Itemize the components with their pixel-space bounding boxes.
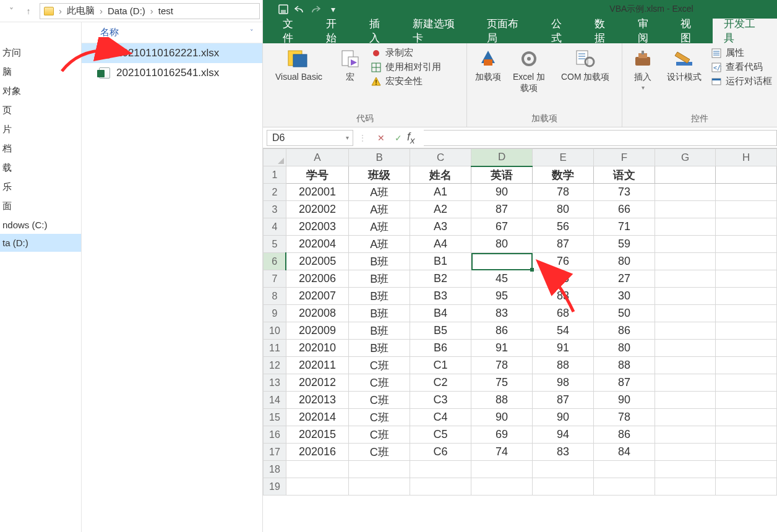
cell[interactable]: 202002: [286, 201, 348, 218]
cell[interactable]: A班: [349, 184, 410, 201]
cell[interactable]: [594, 478, 655, 496]
cell[interactable]: A班: [349, 236, 410, 253]
cell[interactable]: 59: [594, 236, 655, 253]
nav-item[interactable]: 脑: [0, 62, 81, 82]
macros-button[interactable]: 宏: [336, 47, 364, 83]
row-header[interactable]: 17: [264, 444, 286, 461]
cell[interactable]: C班: [349, 444, 410, 461]
cell[interactable]: B班: [349, 288, 410, 305]
cell[interactable]: [286, 461, 348, 478]
cell[interactable]: 87: [594, 374, 655, 392]
cell[interactable]: [655, 218, 716, 236]
cell[interactable]: 86: [471, 322, 533, 340]
cell[interactable]: 202005: [286, 253, 348, 270]
cell[interactable]: [655, 392, 716, 409]
cell[interactable]: C5: [410, 426, 471, 444]
cell[interactable]: 68: [533, 305, 594, 322]
cell[interactable]: 87: [533, 236, 594, 253]
cell[interactable]: 75: [471, 374, 533, 392]
row-header[interactable]: 8: [264, 288, 286, 305]
cell[interactable]: 86: [594, 322, 655, 340]
spreadsheet-grid[interactable]: ABCDEFGH1学号班级姓名英语数学语文2202001A班A190787332…: [263, 148, 777, 532]
cell[interactable]: [655, 357, 716, 374]
cell[interactable]: C4: [410, 409, 471, 426]
cell[interactable]: [716, 426, 777, 444]
row-header[interactable]: 10: [264, 322, 286, 340]
insert-control-button[interactable]: 插入 ▾: [627, 47, 658, 91]
nav-item[interactable]: 载: [0, 158, 81, 178]
ribbon-tab[interactable]: 公式: [540, 19, 583, 43]
cell[interactable]: A班: [349, 218, 410, 236]
cell[interactable]: C班: [349, 392, 410, 409]
cell[interactable]: [655, 236, 716, 253]
row-header[interactable]: 1: [264, 166, 286, 184]
cell[interactable]: 74: [471, 444, 533, 461]
address-bar[interactable]: › 此电脑 › Data (D:) › test: [40, 3, 260, 19]
nav-item[interactable]: 面: [0, 197, 81, 216]
visual-basic-button[interactable]: Visual Basic: [268, 47, 330, 82]
ribbon-tab[interactable]: 插入: [358, 19, 401, 43]
cell[interactable]: [410, 478, 471, 496]
cell[interactable]: [716, 305, 777, 322]
cell[interactable]: [655, 288, 716, 305]
cell[interactable]: A班: [349, 201, 410, 218]
row-header[interactable]: 3: [264, 201, 286, 218]
cell[interactable]: 202016: [286, 444, 348, 461]
fx-icon[interactable]: fx: [407, 131, 415, 145]
cell[interactable]: C2: [410, 374, 471, 392]
ribbon-tab[interactable]: 开发工具: [713, 19, 777, 43]
addins-button[interactable]: 加载项: [472, 47, 504, 83]
cell[interactable]: C班: [349, 409, 410, 426]
cell[interactable]: B班: [349, 270, 410, 288]
cell[interactable]: 80: [533, 201, 594, 218]
cell[interactable]: [716, 184, 777, 201]
cell[interactable]: [594, 461, 655, 478]
header-cell[interactable]: 学号: [286, 166, 348, 184]
header-cell[interactable]: 英语: [471, 166, 533, 184]
column-header[interactable]: E: [533, 149, 594, 166]
cell[interactable]: B4: [410, 305, 471, 322]
cell[interactable]: 30: [594, 288, 655, 305]
cell[interactable]: [655, 201, 716, 218]
undo-icon[interactable]: [291, 1, 307, 17]
properties-button[interactable]: 属性: [711, 47, 772, 59]
cell[interactable]: 85: [533, 270, 594, 288]
cell[interactable]: 88: [471, 392, 533, 409]
cell[interactable]: 80: [594, 340, 655, 357]
cell[interactable]: 71: [594, 218, 655, 236]
cell[interactable]: B3: [410, 288, 471, 305]
cell[interactable]: [655, 461, 716, 478]
cell[interactable]: 90: [471, 184, 533, 201]
ribbon-tab[interactable]: 新建选项卡: [401, 19, 476, 43]
row-header[interactable]: 9: [264, 305, 286, 322]
row-header[interactable]: 4: [264, 218, 286, 236]
cell[interactable]: 78: [471, 357, 533, 374]
column-header[interactable]: F: [594, 149, 655, 166]
row-header[interactable]: 15: [264, 409, 286, 426]
cell[interactable]: [716, 374, 777, 392]
cell[interactable]: C班: [349, 374, 410, 392]
cell[interactable]: 202013: [286, 392, 348, 409]
cell[interactable]: B班: [349, 305, 410, 322]
redo-icon[interactable]: [307, 1, 324, 17]
cell[interactable]: 78: [533, 184, 594, 201]
run-dialog-button[interactable]: 运行对话框: [711, 75, 772, 87]
cell[interactable]: B1: [410, 253, 471, 270]
cell[interactable]: [471, 253, 533, 270]
column-header[interactable]: C: [410, 149, 471, 166]
cell[interactable]: [716, 340, 777, 357]
cell[interactable]: 202004: [286, 236, 348, 253]
cell[interactable]: [655, 444, 716, 461]
file-row[interactable]: 20210110162541.xlsx: [82, 63, 262, 83]
cell[interactable]: 45: [471, 270, 533, 288]
cell[interactable]: C班: [349, 426, 410, 444]
nav-item[interactable]: 方问: [0, 43, 81, 62]
cell[interactable]: 202010: [286, 340, 348, 357]
cancel-icon[interactable]: ✕: [377, 133, 385, 143]
header-cell[interactable]: 数学: [533, 166, 594, 184]
cell[interactable]: [655, 426, 716, 444]
cell[interactable]: [655, 270, 716, 288]
cell[interactable]: [716, 444, 777, 461]
cell[interactable]: [716, 201, 777, 218]
cell[interactable]: [655, 253, 716, 270]
